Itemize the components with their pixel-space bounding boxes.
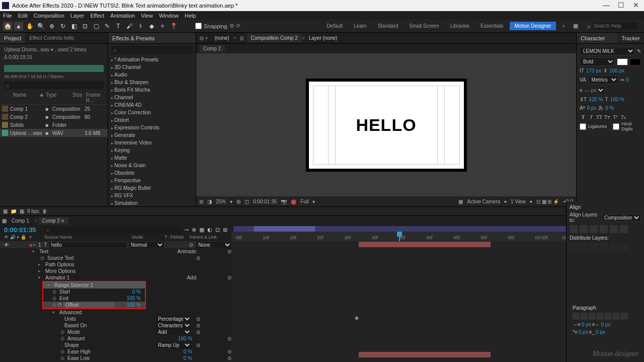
viewer-mask-icon[interactable]: ◫ — [245, 199, 249, 204]
layer-tab[interactable]: Layer (none) — [305, 34, 342, 42]
faux-bold[interactable]: T — [580, 113, 587, 120]
para-justify-4[interactable] — [621, 313, 628, 320]
ligatures-checkbox[interactable] — [580, 123, 586, 130]
viewer-snapshot-icon[interactable]: 📷 — [281, 199, 287, 204]
effect-category[interactable]: RG VFX — [108, 192, 196, 199]
viewer-res-icon[interactable]: ◨ — [207, 199, 212, 204]
effect-category[interactable]: Blur & Sharpen — [108, 79, 196, 86]
prop-amount[interactable]: ⊙Amount100 %⊙ — [0, 335, 231, 342]
eraser-tool[interactable]: ◆ — [147, 22, 156, 31]
effect-category[interactable]: Noise & Grain — [108, 162, 196, 169]
para-justify-2[interactable] — [605, 313, 612, 320]
effect-category[interactable]: Distort — [108, 116, 196, 124]
align-tab[interactable]: Align — [570, 203, 641, 211]
pan-behind-tool[interactable]: ⊡ — [80, 22, 90, 31]
para-align-right[interactable] — [589, 313, 596, 320]
prop-offset[interactable]: ⊙⏱Offset100 % — [43, 302, 145, 308]
tracking[interactable]: 0 — [626, 77, 629, 83]
effect-category[interactable]: Channel — [108, 94, 196, 101]
render-queue-icon[interactable]: ▦ — [2, 218, 7, 224]
project-search-input[interactable] — [4, 81, 104, 89]
effect-category[interactable]: Matte — [108, 154, 196, 162]
align-hcenter[interactable] — [580, 225, 588, 233]
bpc-toggle[interactable]: 8 bpc — [27, 208, 39, 214]
composition-viewer[interactable]: HELLO — [196, 53, 576, 196]
align-top[interactable] — [600, 225, 608, 233]
effect-category[interactable]: Keying — [108, 147, 196, 154]
timeline-search[interactable] — [44, 227, 181, 233]
project-item-comp1[interactable]: Comp 1■Composition25 — [0, 105, 108, 113]
stroke-color[interactable] — [630, 58, 641, 65]
trash-icon[interactable]: 🗑 — [42, 208, 47, 214]
workspace-grid-icon[interactable]: ▦ — [572, 23, 579, 30]
project-item-upbeat[interactable]: Upbeat ....wav■WAV3.6 MB — [0, 129, 108, 137]
hand-tool[interactable]: ✋ — [25, 22, 34, 31]
align-left[interactable] — [570, 225, 578, 233]
camera-tool[interactable]: ◧ — [69, 22, 78, 31]
menu-effect[interactable]: Effect — [90, 13, 104, 19]
para-align-left[interactable] — [573, 313, 580, 320]
snapping-toggle[interactable]: Snapping ⚙ ⟳ — [195, 23, 240, 29]
tracker-tab[interactable]: Tracker — [617, 33, 644, 44]
maximize-button[interactable]: ☐ — [618, 3, 624, 9]
range-selector[interactable]: ▾Range Selector 1 — [43, 282, 145, 288]
menu-view[interactable]: View — [141, 13, 153, 19]
effect-category[interactable]: 3D Channel — [108, 63, 196, 71]
effect-category[interactable]: Generate — [108, 131, 196, 139]
effect-controls-tab[interactable]: Effect Controls hello — [25, 33, 108, 44]
layer-1-bar[interactable] — [359, 242, 491, 247]
effect-category[interactable]: Expression Controls — [108, 124, 196, 131]
effect-category[interactable]: Audio — [108, 71, 196, 79]
rotate-tool[interactable]: ↻ — [58, 22, 67, 31]
prop-end[interactable]: ⊙End100 % — [43, 295, 145, 302]
snapping-checkbox[interactable] — [195, 23, 202, 29]
viewer-camera[interactable]: Active Camera — [467, 199, 500, 204]
interpret-icon[interactable]: ▦ — [3, 208, 8, 214]
snapping-options-icon[interactable]: ⚙ ⟳ — [229, 23, 240, 29]
prop-mode[interactable]: ⊙ModeAdd⊙ — [0, 329, 231, 335]
metrics-select[interactable]: Metrics — [588, 76, 618, 84]
workspace-learn[interactable]: Learn — [349, 22, 372, 30]
layer-2-bar[interactable] — [359, 352, 491, 357]
menu-window[interactable]: Window — [159, 13, 179, 19]
workspace-essentials[interactable]: Essentials — [475, 22, 509, 30]
eyedropper-icon[interactable]: ✎ — [637, 48, 641, 54]
project-item-solids[interactable]: Solids■Folder — [0, 121, 108, 129]
prop-start[interactable]: ⊙Start0 % — [43, 288, 145, 295]
prop-shape[interactable]: ShapeRamp Up⊙ — [0, 342, 231, 348]
leading[interactable]: 166 px — [609, 68, 624, 74]
prop-ease-low[interactable]: ⊙Ease Low0 %⊙ — [0, 355, 231, 361]
viewer-zoom[interactable]: 25% — [216, 199, 226, 204]
effect-category[interactable]: Obsolete — [108, 169, 196, 177]
pen-tool[interactable]: ✎ — [103, 22, 112, 31]
brush-tool[interactable]: 🖌 — [125, 22, 134, 31]
dist-2[interactable] — [580, 243, 588, 251]
menu-edit[interactable]: Edit — [18, 13, 28, 19]
layer-mode[interactable]: Normal — [129, 242, 164, 248]
viewer-views[interactable]: 1 View — [511, 199, 526, 204]
font-size[interactable]: 173 px — [586, 68, 601, 74]
footage-tab[interactable]: (none) — [211, 34, 233, 42]
viewer-transparency-icon[interactable]: ▦ — [458, 199, 463, 204]
align-right[interactable] — [590, 225, 598, 233]
subscript[interactable]: T₁ — [620, 113, 627, 120]
weight-select[interactable]: Bold — [580, 57, 615, 66]
menu-layer[interactable]: Layer — [70, 13, 85, 19]
prop-units[interactable]: UnitsPercentage⊙ — [0, 316, 231, 322]
superscript[interactable]: T¹ — [612, 113, 619, 120]
layer-name-input[interactable] — [49, 242, 127, 248]
rectangle-tool[interactable]: ▢ — [92, 22, 101, 31]
viewer-time[interactable]: 0:00:01:35 — [253, 199, 277, 204]
menu-animation[interactable]: Animation — [110, 13, 135, 19]
workspace-overflow-icon[interactable]: » — [557, 22, 570, 30]
animate-menu-icon[interactable]: ⊙ — [227, 249, 231, 254]
faux-italic[interactable]: T — [588, 113, 595, 120]
current-time[interactable]: 0:00:01:35 — [0, 225, 40, 235]
para-justify-3[interactable] — [613, 313, 620, 320]
workspace-libraries[interactable]: Libraries — [445, 22, 474, 30]
clone-tool[interactable]: ⚕ — [136, 22, 145, 31]
effect-category[interactable]: Immersive Video — [108, 139, 196, 147]
timeline-tab-comp2[interactable]: Comp 2 ≡ — [38, 217, 68, 225]
composition-tab[interactable]: Composition Comp 2 — [247, 34, 302, 42]
dist-1[interactable] — [570, 243, 578, 251]
